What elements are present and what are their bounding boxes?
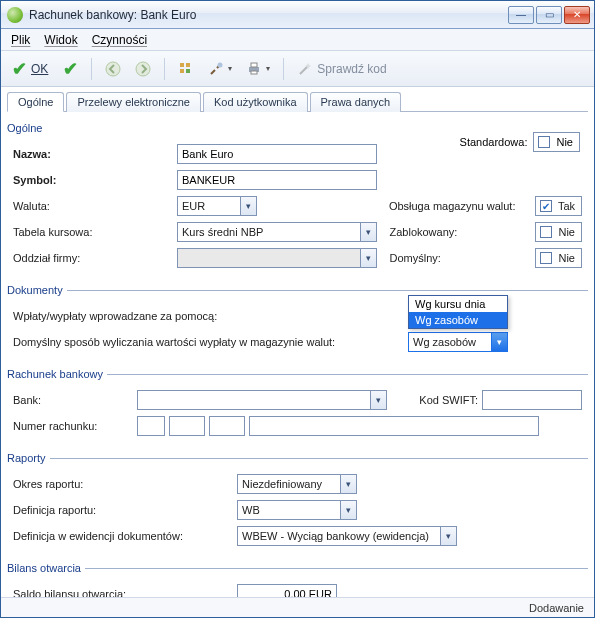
evidence-def-combo[interactable]: WBEW - Wyciąg bankowy (ewidencja)▾: [237, 526, 457, 546]
app-window: Rachunek bankowy: Bank Euro — ▭ ✕ Plik W…: [0, 0, 595, 618]
group-reports: Raporty Okres raportu: Niezdefiniowany▾ …: [7, 452, 588, 554]
ok-button[interactable]: ✔ OK: [7, 56, 53, 82]
wand-icon: [297, 61, 313, 77]
period-combo[interactable]: Niezdefiniowany▾: [237, 474, 357, 494]
default-toggle[interactable]: ✔Nie: [535, 248, 582, 268]
arrow-left-icon: [105, 61, 121, 77]
name-label: Nazwa:: [7, 148, 177, 160]
group-account: Rachunek bankowy Bank: ▾ Kod SWIFT: Nume…: [7, 368, 588, 444]
check-icon: ✔: [63, 58, 78, 80]
print-button[interactable]: ▾: [241, 56, 275, 82]
bank-label: Bank:: [7, 394, 137, 406]
svg-rect-4: [180, 69, 184, 73]
apply-button[interactable]: ✔: [57, 56, 83, 82]
check-code-button[interactable]: Sprawdź kod: [292, 56, 391, 82]
minimize-button[interactable]: —: [508, 6, 534, 24]
menu-actions[interactable]: Czynności: [92, 33, 147, 47]
tool-button-1[interactable]: [173, 56, 199, 82]
chevron-down-icon: ▾: [266, 64, 270, 73]
menubar: Plik Widok Czynności: [1, 29, 594, 51]
chevron-down-icon: ▾: [240, 197, 256, 215]
chevron-down-icon: ▾: [228, 64, 232, 73]
group-opening-legend: Bilans otwarcia: [7, 562, 85, 574]
warehouse-toggle[interactable]: ✔Tak: [535, 196, 582, 216]
tab-bar: Ogólne Przelewy elektroniczne Kod użytko…: [7, 91, 588, 112]
calc-combo[interactable]: Wg zasobów▾: [408, 332, 508, 352]
account-seg-1[interactable]: [169, 416, 205, 436]
tab-datarights[interactable]: Prawa danych: [310, 92, 402, 112]
calc-label: Domyślny sposób wyliczania wartości wypł…: [7, 336, 397, 348]
rate-table-combo[interactable]: Kurs średni NBP▾: [177, 222, 377, 242]
statusbar: Dodawanie: [1, 597, 594, 617]
group-reports-legend: Raporty: [7, 452, 50, 464]
svg-point-6: [218, 62, 223, 67]
chevron-down-icon: ▾: [340, 475, 356, 493]
entry-label: Wpłaty/wypłaty wprowadzane za pomocą:: [7, 310, 397, 322]
maximize-button[interactable]: ▭: [536, 6, 562, 24]
bank-combo[interactable]: ▾: [137, 390, 387, 410]
period-label: Okres raportu:: [7, 478, 237, 490]
symbol-input[interactable]: [177, 170, 377, 190]
chevron-down-icon: ▾: [440, 527, 456, 545]
report-def-combo[interactable]: WB▾: [237, 500, 357, 520]
group-general: Ogólne Standardowa: ✔Nie Nazwa: Symbol: …: [7, 122, 588, 276]
status-mode: Dodawanie: [529, 602, 584, 614]
name-input[interactable]: [177, 144, 377, 164]
account-number-inputs: [137, 416, 539, 436]
tab-usercode[interactable]: Kod użytkownika: [203, 92, 308, 112]
chevron-down-icon: ▾: [491, 333, 507, 351]
rate-table-label: Tabela kursowa:: [7, 226, 177, 238]
close-button[interactable]: ✕: [564, 6, 590, 24]
grid-icon: [178, 61, 194, 77]
window-title: Rachunek bankowy: Bank Euro: [29, 8, 508, 22]
group-general-legend: Ogólne: [7, 122, 42, 134]
swift-input[interactable]: [482, 390, 582, 410]
group-documents-legend: Dokumenty: [7, 284, 67, 296]
chevron-down-icon: ▾: [370, 391, 386, 409]
app-icon: [7, 7, 23, 23]
titlebar: Rachunek bankowy: Bank Euro — ▭ ✕: [1, 1, 594, 29]
calc-option-1[interactable]: Wg zasobów: [409, 312, 507, 328]
svg-point-0: [106, 62, 120, 76]
nav-back-button[interactable]: [100, 56, 126, 82]
tab-general[interactable]: Ogólne: [7, 92, 64, 112]
tools-icon: [208, 61, 224, 77]
chevron-down-icon: ▾: [360, 249, 376, 267]
currency-combo[interactable]: EUR▾: [177, 196, 257, 216]
balance-input[interactable]: [237, 584, 337, 597]
chevron-down-icon: ▾: [360, 223, 376, 241]
account-seg-0[interactable]: [137, 416, 165, 436]
balance-label: Saldo bilansu otwarcia:: [7, 588, 237, 597]
group-account-legend: Rachunek bankowy: [7, 368, 107, 380]
calc-combo-dropdown[interactable]: Wg kursu dnia Wg zasobów: [408, 295, 508, 329]
menu-view[interactable]: Widok: [44, 33, 77, 47]
check-code-label: Sprawdź kod: [317, 62, 386, 76]
check-icon: ✔: [12, 58, 27, 80]
svg-rect-2: [180, 63, 184, 67]
chevron-down-icon: ▾: [340, 501, 356, 519]
account-seg-3[interactable]: [249, 416, 539, 436]
svg-rect-8: [251, 63, 257, 67]
group-opening: Bilans otwarcia Saldo bilansu otwarcia:: [7, 562, 588, 597]
locked-toggle[interactable]: ✔Nie: [535, 222, 582, 242]
content-area: Ogólne Przelewy elektroniczne Kod użytko…: [1, 87, 594, 597]
swift-label: Kod SWIFT:: [419, 394, 478, 406]
arrow-right-icon: [135, 61, 151, 77]
standard-label: Standardowa:: [460, 136, 528, 148]
tab-transfers[interactable]: Przelewy elektroniczne: [66, 92, 201, 112]
default-label: Domyślny:: [389, 252, 529, 264]
menu-file[interactable]: Plik: [11, 33, 30, 47]
calc-option-0[interactable]: Wg kursu dnia: [409, 296, 507, 312]
printer-icon: [246, 61, 262, 77]
nav-forward-button[interactable]: [130, 56, 156, 82]
account-number-label: Numer rachunku:: [7, 420, 137, 432]
branch-label: Oddział firmy:: [7, 252, 177, 264]
tool-button-2[interactable]: ▾: [203, 56, 237, 82]
ok-button-label: OK: [31, 62, 48, 76]
branch-combo[interactable]: ▾: [177, 248, 377, 268]
standard-toggle[interactable]: ✔Nie: [533, 132, 580, 152]
svg-point-1: [136, 62, 150, 76]
locked-label: Zablokowany:: [389, 226, 529, 238]
account-seg-2[interactable]: [209, 416, 245, 436]
toolbar: ✔ OK ✔ ▾ ▾ Sprawdź kod: [1, 51, 594, 87]
